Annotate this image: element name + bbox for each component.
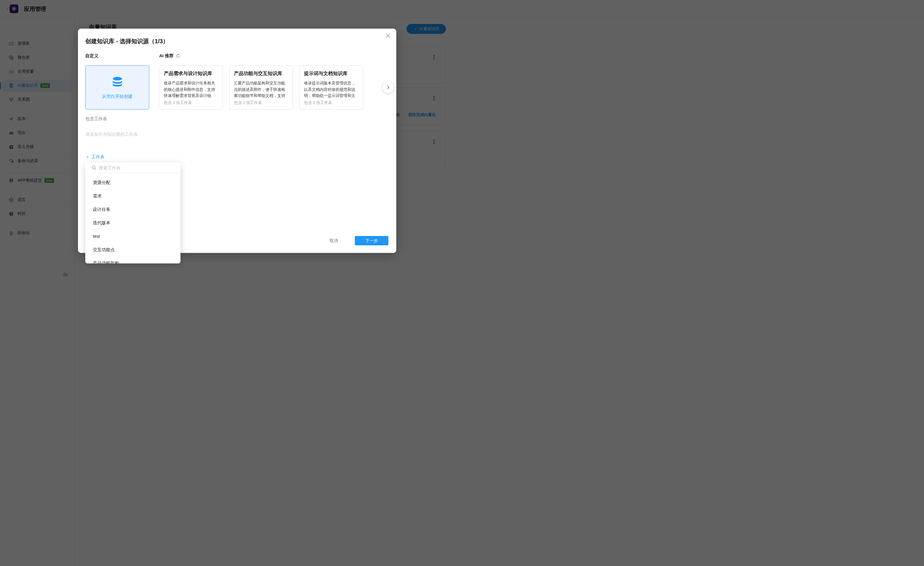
ai-card-desc: 汇聚产品功能架构和交互功能点的描述及附件，便于快速检索功能细节和帮助文档，支持产… bbox=[234, 80, 288, 99]
ai-card-title: 提示词与文档知识库 bbox=[304, 71, 358, 77]
sheet-list: 资源分配 需求 设计任务 迭代版本 test 交互功能点 产品功能架构 bbox=[85, 176, 180, 263]
ai-card-desc: 收录提示词版本及管理信息，以及文档内容对接的规范和说明，帮助统一提示词管理和文档… bbox=[304, 80, 358, 99]
ai-card-title: 产品功能与交互知识库 bbox=[234, 71, 288, 77]
ai-template-card[interactable]: 产品功能与交互知识库 汇聚产品功能架构和交互功能点的描述及附件，便于快速检索功能… bbox=[229, 65, 293, 110]
blank-create-label: 从空白开始创建 bbox=[86, 94, 149, 99]
ai-section-label: AI 推荐 bbox=[159, 53, 180, 59]
sheet-list-item[interactable]: 需求 bbox=[85, 189, 180, 203]
ai-template-card[interactable]: 提示词与文档知识库 收录提示词版本及管理信息，以及文档内容对接的规范和说明，帮助… bbox=[299, 65, 363, 110]
database-icon bbox=[111, 76, 123, 89]
refresh-icon[interactable] bbox=[176, 54, 180, 58]
include-sheets-label: 包含工作表 bbox=[85, 116, 107, 122]
ai-card-meta: 包含 2 张工作表 bbox=[304, 100, 332, 105]
sheet-list-item[interactable]: 交互功能点 bbox=[85, 243, 180, 257]
ai-card-title: 产品需求与设计知识库 bbox=[164, 71, 218, 77]
ai-card-meta: 包含 2 张工作表 bbox=[164, 100, 192, 105]
empty-sheets-hint: 请添加作为知识源的工作表 bbox=[85, 132, 138, 137]
blank-create-card[interactable]: 从空白开始创建 bbox=[85, 65, 149, 110]
search-icon bbox=[92, 165, 96, 170]
sheet-list-item[interactable]: 设计任务 bbox=[85, 203, 180, 216]
carousel-next-icon[interactable] bbox=[382, 82, 394, 93]
search-row bbox=[85, 162, 180, 173]
plus-icon: ＋ bbox=[85, 154, 90, 160]
modal-title: 创建知识库 - 选择知识源（1/3） bbox=[85, 38, 169, 45]
next-step-button[interactable]: 下一步 bbox=[355, 236, 388, 245]
cancel-button[interactable]: 取消 bbox=[326, 238, 342, 243]
sheet-list-item[interactable]: 资源分配 bbox=[85, 176, 180, 189]
search-input[interactable] bbox=[99, 162, 175, 173]
ai-card-meta: 包含 2 张工作表 bbox=[234, 100, 262, 105]
sheet-list-item[interactable]: test bbox=[85, 230, 180, 243]
sheet-picker-dropdown: 资源分配 需求 设计任务 迭代版本 test 交互功能点 产品功能架构 bbox=[85, 162, 180, 263]
ai-template-card[interactable]: 产品需求与设计知识库 收录产品需求和设计任务相关的核心描述和附件信息，支持快速理… bbox=[159, 65, 223, 110]
close-icon[interactable] bbox=[384, 32, 392, 40]
add-sheet-button[interactable]: ＋ 工作表 bbox=[85, 154, 105, 160]
dropdown-divider bbox=[88, 173, 180, 173]
sheet-list-item[interactable]: 产品功能架构 bbox=[85, 257, 180, 263]
custom-section-label: 自定义 bbox=[85, 53, 98, 59]
ai-card-desc: 收录产品需求和设计任务相关的核心描述和附件信息，支持快速理解需求背景及设计细节，… bbox=[164, 80, 218, 99]
sheet-list-item[interactable]: 迭代版本 bbox=[85, 216, 180, 230]
